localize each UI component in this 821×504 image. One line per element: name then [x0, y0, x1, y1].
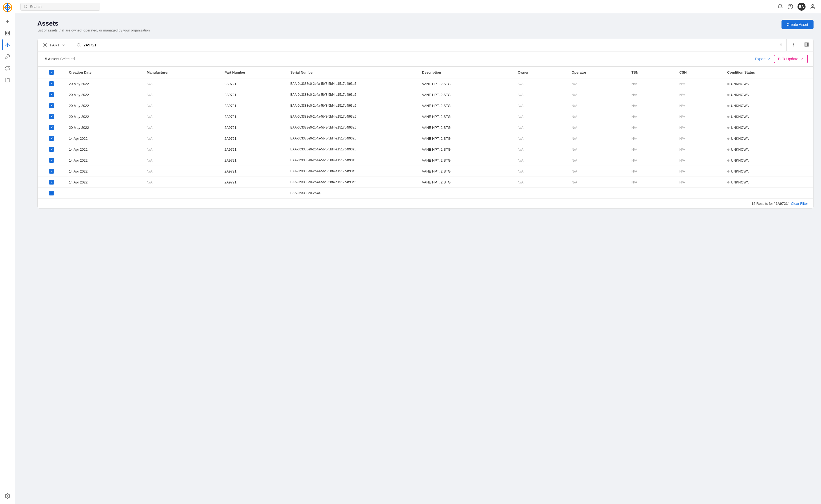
- row-checkbox[interactable]: [49, 147, 54, 152]
- row-tsn: [628, 188, 676, 199]
- row-csn: N/A: [676, 166, 723, 177]
- filter-search-input[interactable]: [83, 43, 771, 47]
- row-description: [418, 188, 514, 199]
- row-owner: N/A: [514, 166, 568, 177]
- user-menu-icon[interactable]: [810, 4, 816, 10]
- row-checkbox[interactable]: [49, 169, 54, 174]
- row-tsn: N/A: [628, 89, 676, 100]
- row-condition-status: UNKNOWN: [724, 100, 813, 111]
- row-manufacturer: N/A: [143, 144, 221, 155]
- sidebar-item-flights[interactable]: [2, 39, 13, 50]
- row-operator: N/A: [568, 100, 628, 111]
- column-header-owner[interactable]: Owner: [514, 67, 568, 78]
- filter-search-area: [72, 40, 776, 50]
- column-header-condition-status[interactable]: Condition Status: [724, 67, 813, 78]
- bulk-update-button[interactable]: Bulk Update: [774, 55, 808, 63]
- condition-status-dot: [727, 94, 730, 96]
- row-checkbox[interactable]: [49, 180, 54, 185]
- row-checkbox[interactable]: [49, 81, 54, 86]
- row-creation-date: 20 May 2022: [65, 122, 143, 133]
- row-condition-status: UNKNOWN: [724, 177, 813, 188]
- global-search-input[interactable]: [30, 5, 97, 9]
- row-description: VANE HPT, 2 STG: [418, 177, 514, 188]
- table-row: 20 May 2022 N/A 2A9721 BAA-0c3388e0-2b4a…: [38, 111, 813, 122]
- row-checkbox[interactable]: [49, 114, 54, 119]
- row-part-number: 2A9721: [221, 111, 287, 122]
- create-asset-button[interactable]: Create Asset: [782, 20, 814, 29]
- row-csn: N/A: [676, 133, 723, 144]
- row-creation-date: 14 Apr 2022: [65, 177, 143, 188]
- row-operator: N/A: [568, 144, 628, 155]
- row-part-number: 2A9721: [221, 89, 287, 100]
- row-checkbox-cell: [38, 78, 65, 89]
- help-icon[interactable]: [787, 4, 793, 10]
- export-button[interactable]: Export: [755, 57, 770, 61]
- column-header-description[interactable]: Description: [418, 67, 514, 78]
- row-creation-date: 14 Apr 2022: [65, 166, 143, 177]
- condition-status-dot: [727, 159, 730, 162]
- filter-columns-button[interactable]: [800, 39, 813, 51]
- condition-status-label: UNKNOWN: [731, 126, 750, 130]
- condition-status-label: UNKNOWN: [731, 180, 750, 184]
- row-creation-date: 14 Apr 2022: [65, 155, 143, 166]
- row-checkbox-cell: [38, 100, 65, 111]
- filter-more-options-button[interactable]: [787, 39, 800, 51]
- sidebar-item-files[interactable]: [2, 75, 13, 85]
- selection-actions: Export Bulk Update: [755, 55, 808, 63]
- row-operator: [568, 188, 628, 199]
- column-header-part-number[interactable]: Part Number: [221, 67, 287, 78]
- row-creation-date: 20 May 2022: [65, 100, 143, 111]
- sidebar-item-tools[interactable]: [2, 51, 13, 62]
- row-description: VANE HPT, 2 STG: [418, 100, 514, 111]
- column-header-operator[interactable]: Operator: [568, 67, 628, 78]
- row-condition-status: UNKNOWN: [724, 166, 813, 177]
- row-manufacturer: N/A: [143, 78, 221, 89]
- svg-point-10: [7, 495, 8, 497]
- table-header: Creation Date ↓ Manufacturer Part Number…: [38, 67, 813, 78]
- condition-status-dot: [727, 83, 730, 85]
- row-condition-status: UNKNOWN: [724, 89, 813, 100]
- filter-type-selector[interactable]: PART: [38, 39, 72, 51]
- row-checkbox[interactable]: [49, 125, 54, 130]
- column-header-manufacturer[interactable]: Manufacturer: [143, 67, 221, 78]
- sidebar-item-transfer[interactable]: [2, 63, 13, 74]
- row-checkbox[interactable]: [49, 103, 54, 108]
- row-condition-status: UNKNOWN: [724, 122, 813, 133]
- column-header-creation-date[interactable]: Creation Date ↓: [65, 67, 143, 78]
- app-logo[interactable]: [3, 3, 12, 12]
- row-description: VANE HPT, 2 STG: [418, 166, 514, 177]
- row-owner: N/A: [514, 133, 568, 144]
- condition-status-dot: [727, 105, 730, 107]
- clear-filter-button[interactable]: Clear Filter: [791, 202, 808, 206]
- condition-status-dot: [727, 127, 730, 129]
- sidebar-item-settings[interactable]: [2, 491, 13, 501]
- row-checkbox[interactable]: [49, 136, 54, 141]
- condition-status-dot: [727, 170, 730, 173]
- row-checkbox[interactable]: [49, 158, 54, 163]
- row-checkbox[interactable]: [49, 92, 54, 97]
- column-header-tsn[interactable]: TSN: [628, 67, 676, 78]
- page-header: Assets List of assets that are owned, op…: [37, 20, 814, 32]
- filter-type-label: PART: [50, 43, 59, 47]
- svg-rect-7: [8, 31, 9, 33]
- sidebar-item-dashboard[interactable]: [2, 28, 13, 38]
- row-tsn: N/A: [628, 78, 676, 89]
- row-checkbox-cell: [38, 188, 65, 199]
- row-checkbox[interactable]: [49, 191, 54, 195]
- row-checkbox-cell: [38, 89, 65, 100]
- row-tsn: N/A: [628, 144, 676, 155]
- select-all-checkbox[interactable]: [49, 70, 54, 75]
- svg-rect-24: [805, 43, 806, 46]
- row-tsn: N/A: [628, 155, 676, 166]
- user-badge[interactable]: BA: [798, 3, 806, 11]
- condition-status-label: UNKNOWN: [731, 104, 750, 108]
- filter-clear-x-button[interactable]: [776, 39, 786, 51]
- column-header-serial-number[interactable]: Serial Number: [287, 67, 418, 78]
- column-header-csn[interactable]: CSN: [676, 67, 723, 78]
- notifications-icon[interactable]: [777, 4, 783, 10]
- row-description: VANE HPT, 2 STG: [418, 144, 514, 155]
- row-csn: N/A: [676, 100, 723, 111]
- sidebar-item-add[interactable]: [2, 16, 13, 27]
- row-csn: N/A: [676, 122, 723, 133]
- row-part-number: 2A9721: [221, 177, 287, 188]
